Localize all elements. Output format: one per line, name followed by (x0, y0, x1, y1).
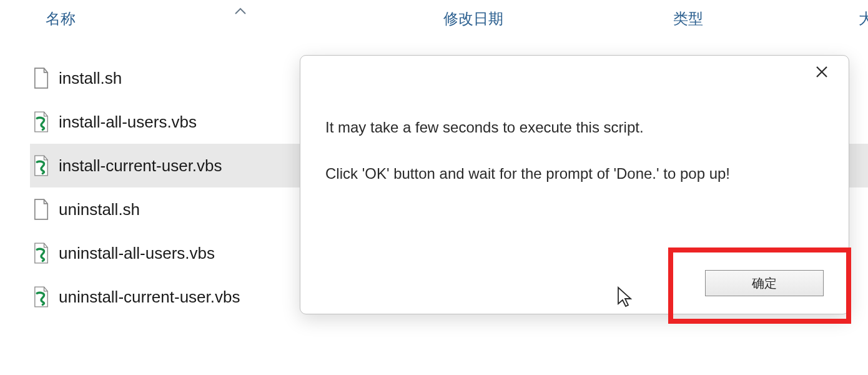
file-name: install-current-user.vbs (59, 156, 222, 176)
ok-button[interactable]: 确定 (705, 270, 824, 296)
column-headers: 名称 修改日期 类型 大 (0, 0, 868, 38)
column-header-modified[interactable]: 修改日期 (443, 9, 503, 29)
dialog-footer: 确定 (300, 270, 849, 314)
column-header-size[interactable]: 大 (859, 9, 868, 29)
dialog-body: It may take a few seconds to execute thi… (300, 88, 849, 270)
file-icon (32, 68, 50, 89)
file-name: install-all-users.vbs (59, 112, 197, 132)
vbs-file-icon (32, 155, 50, 176)
dialog-message-line1: It may take a few seconds to execute thi… (325, 116, 824, 139)
message-dialog: It may take a few seconds to execute thi… (300, 55, 849, 314)
vbs-file-icon (32, 286, 50, 308)
file-name: uninstall.sh (59, 200, 140, 219)
column-header-name[interactable]: 名称 (46, 9, 76, 29)
close-button[interactable] (812, 62, 831, 81)
vbs-file-icon (32, 111, 50, 132)
dialog-message-line2: Click 'OK' button and wait for the promp… (325, 162, 824, 185)
sort-indicator-icon (234, 5, 247, 18)
file-name: uninstall-current-user.vbs (59, 288, 240, 307)
dialog-titlebar (300, 56, 849, 88)
vbs-file-icon (32, 242, 50, 264)
file-name: install.sh (59, 69, 122, 88)
file-name: uninstall-all-users.vbs (59, 244, 215, 263)
column-header-type[interactable]: 类型 (673, 9, 703, 29)
file-icon (32, 199, 50, 220)
